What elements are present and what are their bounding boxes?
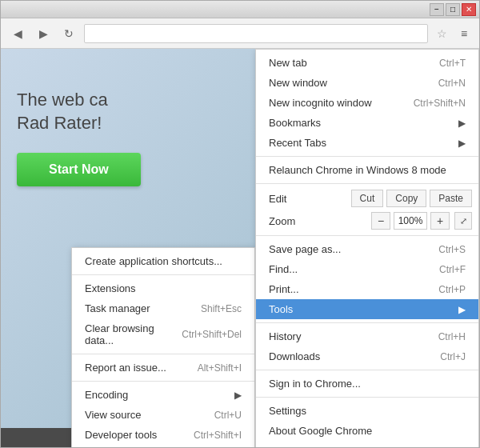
bookmark-star-icon[interactable]: ☆: [433, 25, 450, 42]
menu-item-tools[interactable]: Tools ▶: [256, 299, 478, 319]
menu-item-print[interactable]: Print... Ctrl+P: [256, 279, 478, 299]
menu-item-recent-tabs[interactable]: Recent Tabs ▶: [256, 133, 478, 153]
close-button[interactable]: ✕: [462, 3, 476, 16]
menu-item-new-incognito[interactable]: New incognito window Ctrl+Shift+N: [256, 93, 478, 113]
menu-separator-2: [256, 183, 478, 184]
title-bar: − □ ✕: [1, 1, 479, 18]
maximize-button[interactable]: □: [446, 3, 460, 16]
submenu-item-clear-browsing[interactable]: Clear browsing data... Ctrl+Shift+Del: [72, 318, 254, 350]
menu-separator-6: [256, 397, 478, 398]
primary-chrome-menu: New tab Ctrl+T New window Ctrl+N New inc…: [255, 49, 479, 447]
address-bar[interactable]: [84, 24, 428, 43]
menu-zoom-row: Zoom − 100% + ⤢: [256, 210, 478, 232]
tools-submenu: Create application shortcuts... Extensio…: [71, 247, 255, 447]
zoom-out-button[interactable]: −: [371, 212, 390, 230]
minimize-button[interactable]: −: [430, 3, 444, 16]
chrome-menu-button[interactable]: ≡: [455, 25, 473, 42]
menu-separator-4: [256, 322, 478, 323]
menu-item-bookmarks[interactable]: Bookmarks ▶: [256, 113, 478, 133]
menu-item-settings[interactable]: Settings: [256, 401, 478, 421]
menu-item-help[interactable]: Help: [256, 441, 478, 447]
copy-button[interactable]: Copy: [386, 190, 426, 207]
reload-button[interactable]: ↻: [58, 23, 79, 44]
menu-edit-row: Edit Cut Copy Paste: [256, 187, 478, 210]
submenu-item-developer-tools[interactable]: Developer tools Ctrl+Shift+I: [72, 425, 254, 445]
menu-item-relaunch[interactable]: Relaunch Chrome in Windows 8 mode: [256, 160, 478, 180]
menu-item-new-tab[interactable]: New tab Ctrl+T: [256, 53, 478, 73]
submenu-separator-2: [72, 354, 254, 354]
menu-item-new-window[interactable]: New window Ctrl+N: [256, 73, 478, 93]
chrome-toolbar: ◀ ▶ ↻ ☆ ≡: [1, 18, 479, 49]
menu-separator-3: [256, 235, 478, 236]
submenu-separator-3: [72, 381, 254, 382]
menu-item-downloads[interactable]: Downloads Ctrl+J: [256, 346, 478, 366]
back-button[interactable]: ◀: [7, 23, 28, 44]
page-headline: The web ca Rad Rater!: [17, 89, 108, 134]
main-area: Uninstall GD The web ca Rad Rater! Start…: [1, 49, 479, 447]
submenu-separator-1: [72, 274, 254, 275]
menu-item-find[interactable]: Find... Ctrl+F: [256, 259, 478, 279]
menu-item-save-page[interactable]: Save page as... Ctrl+S: [256, 239, 478, 259]
forward-button[interactable]: ▶: [33, 23, 54, 44]
menu-item-about-chrome[interactable]: About Google Chrome: [256, 421, 478, 441]
menu-item-history[interactable]: History Ctrl+H: [256, 326, 478, 346]
submenu-item-view-source[interactable]: View source Ctrl+U: [72, 405, 254, 425]
submenu-item-task-manager[interactable]: Task manager Shift+Esc: [72, 298, 254, 318]
submenu-item-report-issue[interactable]: Report an issue... Alt+Shift+I: [72, 358, 254, 378]
zoom-in-button[interactable]: +: [430, 212, 450, 230]
paste-button[interactable]: Paste: [430, 190, 472, 207]
zoom-value-display: 100%: [394, 212, 427, 230]
submenu-item-extensions[interactable]: Extensions: [72, 278, 254, 298]
menu-separator-1: [256, 156, 478, 157]
submenu-item-create-shortcuts[interactable]: Create application shortcuts...: [72, 251, 254, 271]
submenu-item-javascript-console[interactable]: JavaScript console Ctrl+Shift+J: [72, 445, 254, 447]
menu-separator-5: [256, 370, 478, 370]
submenu-item-encoding[interactable]: Encoding ▶: [72, 385, 254, 405]
menu-item-sign-in[interactable]: Sign in to Chrome...: [256, 374, 478, 394]
fullscreen-button[interactable]: ⤢: [454, 212, 472, 230]
window-frame: − □ ✕ ◀ ▶ ↻ ☆ ≡ Uninstall GD The web ca …: [0, 0, 480, 448]
start-now-button[interactable]: Start Now: [17, 153, 141, 186]
cut-button[interactable]: Cut: [351, 190, 384, 207]
